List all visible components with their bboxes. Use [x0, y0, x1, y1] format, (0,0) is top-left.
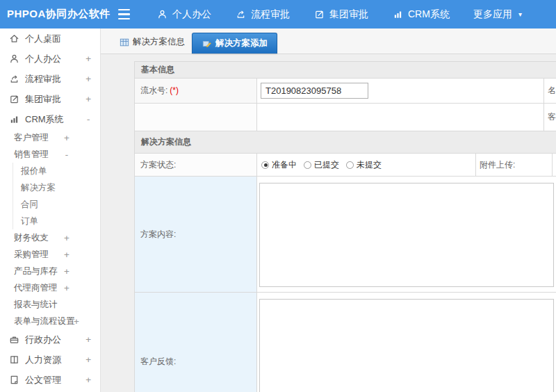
radio-checked-icon[interactable]	[261, 161, 269, 169]
user-icon	[156, 9, 167, 20]
sidebar-item-label: 客户管理	[14, 132, 49, 144]
nav-item-personal-office[interactable]: 个人办公	[145, 0, 223, 28]
sidebar-item-agent-mgmt[interactable]: 代理商管理+	[0, 279, 100, 296]
nav-item-label: 更多应用	[473, 8, 512, 21]
customer-label: 客户:	[544, 104, 556, 131]
top-navbar: PHPOA协同办公软件 个人办公流程审批集团审批CRM系统更多应用▾	[0, 0, 556, 28]
sidebar-item-label: 解决方案	[21, 182, 56, 194]
sidebar-item-workflow-approval[interactable]: 流程审批+	[0, 69, 100, 89]
radio-unchecked-icon[interactable]	[346, 161, 354, 169]
expand-icon[interactable]: +	[85, 354, 91, 365]
app-logo[interactable]: PHPOA协同办公软件	[0, 8, 118, 21]
sidebar-item-label: 报表与统计	[14, 299, 58, 311]
status-radio-group: 准备中已提交未提交	[257, 159, 475, 171]
expand-icon[interactable]: +	[85, 74, 91, 84]
form-add-icon	[202, 38, 213, 49]
expand-icon[interactable]: +	[85, 334, 91, 345]
customer-feedback-textarea[interactable]	[259, 299, 554, 392]
expand-icon[interactable]: +	[64, 233, 70, 243]
sidebar-item-finance[interactable]: 财务收支+	[0, 229, 100, 246]
sidebar-item-order[interactable]: 订单	[0, 213, 100, 229]
sidebar-item-label: 产品与库存	[14, 266, 58, 277]
sidebar-item-label: 销售管理	[14, 149, 49, 161]
serial-number-label: 流水号:(*)	[135, 79, 257, 104]
status-radio-option[interactable]: 准备中	[261, 159, 297, 171]
edit-icon	[8, 94, 19, 105]
sidebar-item-sales-mgmt[interactable]: 销售管理-	[0, 146, 100, 163]
hamburger-icon	[118, 13, 130, 15]
status-label: 方案状态:	[135, 154, 257, 177]
sidebar-item-solution[interactable]: 解决方案	[0, 179, 100, 196]
serial-number-input[interactable]	[261, 83, 368, 99]
expand-icon[interactable]: +	[64, 266, 70, 277]
sidebar-item-product-inventory[interactable]: 产品与库存+	[0, 263, 100, 279]
expand-icon[interactable]: +	[85, 94, 91, 104]
expand-icon[interactable]: +	[74, 316, 79, 327]
sidebar-item-label: 合同	[21, 199, 38, 211]
sidebar-item-label: 采购管理	[14, 249, 49, 261]
status-radio-option[interactable]: 已提交	[304, 159, 339, 171]
user-icon	[8, 54, 19, 65]
nav-item-label: 个人办公	[172, 8, 211, 21]
sidebar-item-personal-office[interactable]: 个人办公+	[0, 49, 100, 69]
solution-content-textarea[interactable]	[259, 183, 554, 287]
nav-item-workflow-approval[interactable]: 流程审批	[223, 0, 302, 28]
table-icon	[119, 37, 130, 48]
expand-icon[interactable]: +	[64, 283, 70, 293]
menu-toggle-button[interactable]	[118, 9, 135, 20]
status-radio-option[interactable]: 未提交	[346, 159, 382, 171]
solution-info-table: 解决方案信息 方案状态: 准备中已提交未提交 附件上传: 方案内容: 客户反馈:	[134, 131, 556, 392]
radio-unchecked-icon[interactable]	[304, 161, 311, 169]
sidebar-item-label: 集团审批	[25, 93, 61, 106]
chevron-down-icon: ▾	[518, 10, 522, 18]
sidebar-item-label: CRM系统	[25, 113, 64, 126]
sidebar-item-label: 个人办公	[25, 53, 61, 65]
collapse-icon[interactable]: -	[85, 114, 91, 124]
tab-solution-info[interactable]: 解决方案信息	[115, 36, 192, 54]
sidebar-item-contract[interactable]: 合同	[0, 196, 100, 213]
name-label: 名称:	[544, 79, 556, 104]
sidebar-item-reports-stats[interactable]: 报表与统计	[0, 296, 100, 313]
tab-solution-add[interactable]: 解决方案添加	[192, 33, 277, 54]
serial-number-cell	[257, 79, 544, 104]
nav-item-more-apps[interactable]: 更多应用▾	[461, 0, 534, 28]
expand-icon[interactable]: +	[85, 54, 91, 64]
sidebar-item-form-flow-settings[interactable]: 表单与流程设置+	[0, 313, 100, 329]
hamburger-icon	[118, 9, 130, 10]
empty-field-cell	[257, 104, 544, 131]
status-option-label: 准备中	[272, 159, 297, 171]
expand-icon[interactable]: +	[64, 250, 70, 260]
collapse-icon[interactable]: -	[64, 149, 70, 160]
attachment-label: 附件上传:	[476, 154, 553, 177]
sidebar-item-personal-desktop[interactable]: 个人桌面	[0, 28, 100, 49]
status-option-label: 未提交	[357, 159, 382, 171]
sidebar-item-document-mgmt[interactable]: 公文管理+	[0, 370, 100, 390]
empty-label-cell	[135, 104, 257, 131]
content-label: 方案内容:	[135, 177, 257, 293]
content-field-cell	[257, 177, 556, 293]
sidebar-item-human-resources[interactable]: 人力资源+	[0, 350, 100, 370]
sidebar-item-admin-office[interactable]: 行政办公+	[0, 329, 100, 350]
hamburger-icon	[118, 18, 130, 19]
sidebar-item-label: 财务收支	[14, 232, 49, 244]
attachment-field-cell	[553, 154, 556, 177]
navbar-menu: 个人办公流程审批集团审批CRM系统更多应用▾	[145, 0, 534, 28]
sidebar-item-quotation[interactable]: 报价单	[0, 163, 100, 179]
sidebar-item-label: 行政办公	[25, 334, 61, 346]
sidebar-item-purchase-mgmt[interactable]: 采购管理+	[0, 246, 100, 263]
sidebar-item-label: 表单与流程设置	[14, 316, 75, 327]
chart-icon	[392, 9, 403, 20]
nav-item-crm-system[interactable]: CRM系统	[380, 0, 461, 28]
nav-item-group-approval[interactable]: 集团审批	[302, 0, 380, 28]
sidebar-item-crm-system[interactable]: CRM系统-	[0, 109, 100, 129]
sidebar-item-customer-mgmt[interactable]: 客户管理+	[0, 129, 100, 146]
sidebar-item-group-approval[interactable]: 集团审批+	[0, 89, 100, 109]
tab-label: 解决方案信息	[133, 36, 185, 48]
feedback-field-cell	[257, 293, 556, 392]
sidebar-item-label: 订单	[21, 215, 38, 227]
flow-icon	[235, 9, 246, 20]
solution-add-form: 基本信息 流水号:(*) 名称: 客户: 解决方案信息 方案状态: 准备中已提交…	[134, 61, 556, 392]
expand-icon[interactable]: +	[85, 375, 91, 385]
expand-icon[interactable]: +	[64, 133, 70, 143]
flow-icon	[8, 74, 19, 85]
